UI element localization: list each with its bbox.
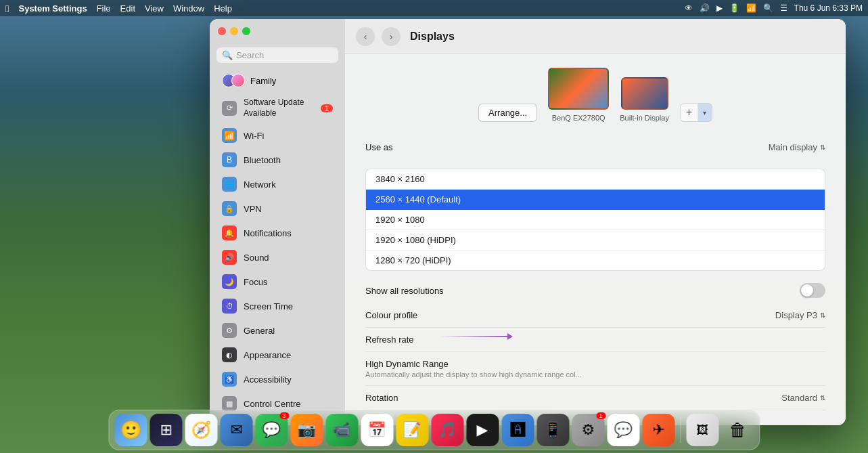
monitor-benq-label: BenQ EX2780Q (552, 114, 606, 122)
menubar-wifi-icon: 📶 (746, 3, 756, 13)
menu-file[interactable]: File (97, 3, 111, 14)
sidebar-item-focus[interactable]: 🌙 Focus (214, 270, 341, 293)
software-update-icon: ⟳ (222, 101, 237, 116)
dock-mail[interactable]: ✉ (220, 414, 252, 446)
sidebar-item-accessibility[interactable]: ♿ Accessibility (214, 368, 341, 391)
launchpad-icon: ⊞ (160, 421, 172, 439)
maximize-button[interactable] (242, 27, 250, 35)
dock-calendar[interactable]: 📅 (361, 414, 393, 446)
dock-iphone[interactable]: 📱 (536, 414, 569, 446)
sidebar-item-notifications[interactable]: 🔔 Notifications (214, 221, 341, 244)
menubar-battery-icon: 🔋 (729, 3, 739, 13)
sidebar-item-general[interactable]: ⚙ General (214, 319, 341, 342)
monitor-builtin-label: Built-in Display (620, 114, 669, 122)
menu-view[interactable]: View (145, 3, 164, 14)
rotation-select[interactable]: Standard ⇅ (781, 393, 825, 403)
sidebar-item-vpn[interactable]: 🔒 VPN (214, 197, 341, 220)
apple-menu[interactable]:  (5, 3, 9, 14)
app-name[interactable]: System Settings (18, 3, 87, 14)
resolution-2560[interactable]: 2560 × 1440 (Default) (366, 190, 825, 210)
show-all-label: Show all resolutions (365, 286, 444, 296)
dock-photos[interactable]: 📷 (290, 414, 323, 446)
general-label: General (244, 326, 275, 336)
minimize-button[interactable] (230, 27, 238, 35)
sidebar-item-appearance[interactable]: ◐ Appearance (214, 343, 341, 366)
search-placeholder: Search (236, 50, 264, 60)
previews-icon: 🖼 (696, 423, 708, 437)
general-icon: ⚙ (222, 323, 237, 338)
sidebar-item-software-update[interactable]: ⟳ Software Update Available 1 (214, 93, 341, 123)
rotation-label: Rotation (365, 393, 398, 403)
back-button[interactable]: ‹ (356, 27, 375, 46)
appstore-icon: 🅰 (510, 421, 525, 439)
menubar-time: Thu 6 Jun 6:33 PM (794, 3, 863, 13)
bluetooth-icon: B (222, 152, 237, 167)
menubar-menu-icon[interactable]: ☰ (780, 3, 787, 13)
close-button[interactable] (218, 27, 226, 35)
resolution-1920[interactable]: 1920 × 1080 (366, 210, 825, 230)
screentime-label: Screen Time (244, 301, 293, 311)
menubar-left:  System Settings File Edit View Window … (5, 3, 232, 14)
dock-facetime[interactable]: 📹 (325, 414, 358, 446)
resolution-3840[interactable]: 3840 × 2160 (366, 169, 825, 190)
dock-previews[interactable]: 🖼 (686, 414, 718, 446)
control-centre-label: Control Centre (244, 399, 301, 409)
colour-profile-select[interactable]: Display P3 ⇅ (775, 310, 825, 320)
use-as-select[interactable]: Main display ⇅ (769, 142, 825, 152)
dock-system-settings[interactable]: ⚙ 1 (572, 414, 604, 446)
menu-window[interactable]: Window (173, 3, 204, 14)
network-icon: 🌐 (222, 177, 237, 192)
search-bar[interactable]: 🔍 Search (216, 47, 338, 63)
dock-notes[interactable]: 📝 (396, 414, 428, 446)
hdr-info: High Dynamic Range Automatically adjust … (365, 359, 582, 379)
vpn-label: VPN (244, 204, 262, 214)
airmail-icon: ✈ (652, 421, 664, 439)
resolution-1280[interactable]: 1280 × 720 (HiDPI) (366, 251, 825, 270)
refresh-rate-label: Refresh rate (365, 335, 414, 345)
sidebar-item-network[interactable]: 🌐 Network (214, 173, 341, 196)
dock-appstore[interactable]: 🅰 (501, 414, 534, 446)
sidebar-item-bluetooth[interactable]: B Bluetooth (214, 148, 341, 171)
sidebar-item-screentime[interactable]: ⏱ Screen Time (214, 295, 341, 318)
use-as-row: Use as Main display ⇅ (365, 135, 825, 162)
sidebar-item-sound[interactable]: 🔊 Sound (214, 246, 341, 269)
monitor-benq[interactable]: BenQ EX2780Q (548, 68, 609, 122)
screentime-icon: ⏱ (222, 299, 237, 314)
dock-finder[interactable]: 🙂 (114, 414, 147, 446)
menu-help[interactable]: Help (214, 3, 232, 14)
use-as-label: Use as (365, 142, 392, 152)
traffic-lights (218, 27, 250, 35)
plus-icon[interactable]: + (681, 104, 698, 121)
forward-button[interactable]: › (382, 27, 401, 46)
dock-launchpad[interactable]: ⊞ (150, 414, 182, 446)
system-settings-icon: ⚙ (581, 421, 595, 439)
show-all-toggle[interactable] (800, 283, 825, 298)
dock-appletv[interactable]: ▶ (466, 414, 499, 446)
menu-edit[interactable]: Edit (120, 3, 135, 14)
dock-safari[interactable]: 🧭 (185, 414, 217, 446)
resolution-1920-hidpi[interactable]: 1920 × 1080 (HiDPI) (366, 230, 825, 251)
accessibility-icon: ♿ (222, 372, 237, 387)
menubar-search-icon[interactable]: 🔍 (763, 3, 773, 13)
arrow-line (440, 336, 507, 337)
arrange-button[interactable]: Arrange... (478, 104, 537, 122)
chevron-down-icon[interactable]: ▾ (698, 104, 712, 121)
appearance-label: Appearance (244, 350, 291, 360)
colour-profile-value: Display P3 (775, 310, 817, 320)
dock-messages[interactable]: 💬 3 (255, 414, 288, 446)
sidebar-item-wifi[interactable]: 📶 Wi-Fi (214, 124, 341, 147)
monitor-benq-thumb (548, 68, 609, 110)
dock-music[interactable]: 🎵 (431, 414, 463, 446)
dock-slack[interactable]: 💬 (607, 414, 639, 446)
mail-icon: ✉ (230, 421, 242, 439)
family-item[interactable]: Family (214, 70, 341, 91)
colour-profile-chevron: ⇅ (820, 311, 825, 319)
sound-icon: 🔊 (222, 250, 237, 265)
add-display-button[interactable]: + ▾ (680, 103, 712, 122)
monitor-builtin[interactable]: Built-in Display (620, 77, 669, 122)
page-title: Displays (410, 30, 455, 43)
arrow-head (507, 333, 513, 340)
dock-trash[interactable]: 🗑 (721, 414, 754, 446)
dock-airmail[interactable]: ✈ (642, 414, 675, 446)
sound-label: Sound (244, 253, 269, 263)
